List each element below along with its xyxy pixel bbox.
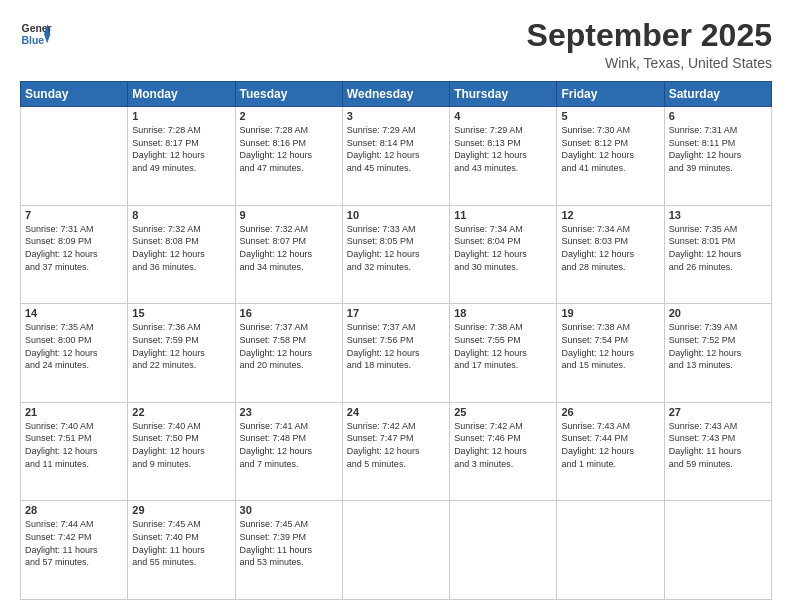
col-wednesday: Wednesday	[342, 82, 449, 107]
calendar-cell-w5-d4	[342, 501, 449, 600]
logo: General Blue	[20, 18, 52, 50]
col-monday: Monday	[128, 82, 235, 107]
day-number: 9	[240, 209, 338, 221]
calendar-cell-w1-d3: 2Sunrise: 7:28 AM Sunset: 8:16 PM Daylig…	[235, 107, 342, 206]
day-number: 4	[454, 110, 552, 122]
calendar-cell-w4-d4: 24Sunrise: 7:42 AM Sunset: 7:47 PM Dayli…	[342, 402, 449, 501]
day-info: Sunrise: 7:45 AM Sunset: 7:39 PM Dayligh…	[240, 518, 338, 568]
day-number: 28	[25, 504, 123, 516]
day-number: 16	[240, 307, 338, 319]
header: General Blue September 2025 Wink, Texas,…	[20, 18, 772, 71]
calendar-cell-w2-d7: 13Sunrise: 7:35 AM Sunset: 8:01 PM Dayli…	[664, 205, 771, 304]
calendar-cell-w1-d7: 6Sunrise: 7:31 AM Sunset: 8:11 PM Daylig…	[664, 107, 771, 206]
title-block: September 2025 Wink, Texas, United State…	[527, 18, 772, 71]
day-info: Sunrise: 7:40 AM Sunset: 7:50 PM Dayligh…	[132, 420, 230, 470]
day-info: Sunrise: 7:34 AM Sunset: 8:03 PM Dayligh…	[561, 223, 659, 273]
calendar-cell-w1-d5: 4Sunrise: 7:29 AM Sunset: 8:13 PM Daylig…	[450, 107, 557, 206]
day-info: Sunrise: 7:42 AM Sunset: 7:46 PM Dayligh…	[454, 420, 552, 470]
day-info: Sunrise: 7:31 AM Sunset: 8:09 PM Dayligh…	[25, 223, 123, 273]
svg-text:Blue: Blue	[22, 35, 45, 46]
day-info: Sunrise: 7:29 AM Sunset: 8:13 PM Dayligh…	[454, 124, 552, 174]
calendar-cell-w3-d6: 19Sunrise: 7:38 AM Sunset: 7:54 PM Dayli…	[557, 304, 664, 403]
day-number: 8	[132, 209, 230, 221]
calendar-cell-w2-d6: 12Sunrise: 7:34 AM Sunset: 8:03 PM Dayli…	[557, 205, 664, 304]
calendar-cell-w2-d5: 11Sunrise: 7:34 AM Sunset: 8:04 PM Dayli…	[450, 205, 557, 304]
week-row-1: 1Sunrise: 7:28 AM Sunset: 8:17 PM Daylig…	[21, 107, 772, 206]
day-info: Sunrise: 7:35 AM Sunset: 8:00 PM Dayligh…	[25, 321, 123, 371]
day-number: 30	[240, 504, 338, 516]
col-thursday: Thursday	[450, 82, 557, 107]
calendar-cell-w5-d6	[557, 501, 664, 600]
col-sunday: Sunday	[21, 82, 128, 107]
calendar-header-row: Sunday Monday Tuesday Wednesday Thursday…	[21, 82, 772, 107]
day-number: 13	[669, 209, 767, 221]
col-saturday: Saturday	[664, 82, 771, 107]
page: General Blue September 2025 Wink, Texas,…	[0, 0, 792, 612]
day-info: Sunrise: 7:37 AM Sunset: 7:56 PM Dayligh…	[347, 321, 445, 371]
calendar-cell-w3-d2: 15Sunrise: 7:36 AM Sunset: 7:59 PM Dayli…	[128, 304, 235, 403]
day-number: 1	[132, 110, 230, 122]
col-tuesday: Tuesday	[235, 82, 342, 107]
calendar-cell-w4-d2: 22Sunrise: 7:40 AM Sunset: 7:50 PM Dayli…	[128, 402, 235, 501]
calendar-cell-w3-d3: 16Sunrise: 7:37 AM Sunset: 7:58 PM Dayli…	[235, 304, 342, 403]
calendar-cell-w3-d4: 17Sunrise: 7:37 AM Sunset: 7:56 PM Dayli…	[342, 304, 449, 403]
day-number: 19	[561, 307, 659, 319]
day-info: Sunrise: 7:29 AM Sunset: 8:14 PM Dayligh…	[347, 124, 445, 174]
week-row-3: 14Sunrise: 7:35 AM Sunset: 8:00 PM Dayli…	[21, 304, 772, 403]
week-row-5: 28Sunrise: 7:44 AM Sunset: 7:42 PM Dayli…	[21, 501, 772, 600]
week-row-4: 21Sunrise: 7:40 AM Sunset: 7:51 PM Dayli…	[21, 402, 772, 501]
calendar-cell-w2-d2: 8Sunrise: 7:32 AM Sunset: 8:08 PM Daylig…	[128, 205, 235, 304]
calendar-cell-w2-d1: 7Sunrise: 7:31 AM Sunset: 8:09 PM Daylig…	[21, 205, 128, 304]
day-number: 24	[347, 406, 445, 418]
day-number: 22	[132, 406, 230, 418]
day-number: 11	[454, 209, 552, 221]
location: Wink, Texas, United States	[527, 55, 772, 71]
day-number: 25	[454, 406, 552, 418]
calendar-cell-w5-d3: 30Sunrise: 7:45 AM Sunset: 7:39 PM Dayli…	[235, 501, 342, 600]
day-number: 12	[561, 209, 659, 221]
day-number: 21	[25, 406, 123, 418]
day-info: Sunrise: 7:41 AM Sunset: 7:48 PM Dayligh…	[240, 420, 338, 470]
calendar-cell-w4-d7: 27Sunrise: 7:43 AM Sunset: 7:43 PM Dayli…	[664, 402, 771, 501]
day-info: Sunrise: 7:31 AM Sunset: 8:11 PM Dayligh…	[669, 124, 767, 174]
day-number: 17	[347, 307, 445, 319]
day-info: Sunrise: 7:36 AM Sunset: 7:59 PM Dayligh…	[132, 321, 230, 371]
day-info: Sunrise: 7:28 AM Sunset: 8:17 PM Dayligh…	[132, 124, 230, 174]
day-info: Sunrise: 7:43 AM Sunset: 7:44 PM Dayligh…	[561, 420, 659, 470]
day-number: 29	[132, 504, 230, 516]
day-number: 7	[25, 209, 123, 221]
week-row-2: 7Sunrise: 7:31 AM Sunset: 8:09 PM Daylig…	[21, 205, 772, 304]
day-info: Sunrise: 7:39 AM Sunset: 7:52 PM Dayligh…	[669, 321, 767, 371]
calendar-cell-w4-d6: 26Sunrise: 7:43 AM Sunset: 7:44 PM Dayli…	[557, 402, 664, 501]
calendar-cell-w3-d7: 20Sunrise: 7:39 AM Sunset: 7:52 PM Dayli…	[664, 304, 771, 403]
calendar-table: Sunday Monday Tuesday Wednesday Thursday…	[20, 81, 772, 600]
day-info: Sunrise: 7:34 AM Sunset: 8:04 PM Dayligh…	[454, 223, 552, 273]
day-info: Sunrise: 7:32 AM Sunset: 8:08 PM Dayligh…	[132, 223, 230, 273]
day-info: Sunrise: 7:44 AM Sunset: 7:42 PM Dayligh…	[25, 518, 123, 568]
day-number: 6	[669, 110, 767, 122]
day-number: 27	[669, 406, 767, 418]
day-number: 20	[669, 307, 767, 319]
day-info: Sunrise: 7:28 AM Sunset: 8:16 PM Dayligh…	[240, 124, 338, 174]
day-number: 5	[561, 110, 659, 122]
day-number: 2	[240, 110, 338, 122]
col-friday: Friday	[557, 82, 664, 107]
calendar-cell-w4-d1: 21Sunrise: 7:40 AM Sunset: 7:51 PM Dayli…	[21, 402, 128, 501]
calendar-cell-w1-d1	[21, 107, 128, 206]
calendar-cell-w2-d4: 10Sunrise: 7:33 AM Sunset: 8:05 PM Dayli…	[342, 205, 449, 304]
calendar-cell-w1-d6: 5Sunrise: 7:30 AM Sunset: 8:12 PM Daylig…	[557, 107, 664, 206]
day-info: Sunrise: 7:43 AM Sunset: 7:43 PM Dayligh…	[669, 420, 767, 470]
day-number: 18	[454, 307, 552, 319]
day-number: 10	[347, 209, 445, 221]
day-info: Sunrise: 7:32 AM Sunset: 8:07 PM Dayligh…	[240, 223, 338, 273]
day-info: Sunrise: 7:35 AM Sunset: 8:01 PM Dayligh…	[669, 223, 767, 273]
calendar-cell-w4-d3: 23Sunrise: 7:41 AM Sunset: 7:48 PM Dayli…	[235, 402, 342, 501]
calendar-cell-w4-d5: 25Sunrise: 7:42 AM Sunset: 7:46 PM Dayli…	[450, 402, 557, 501]
day-info: Sunrise: 7:37 AM Sunset: 7:58 PM Dayligh…	[240, 321, 338, 371]
day-info: Sunrise: 7:38 AM Sunset: 7:55 PM Dayligh…	[454, 321, 552, 371]
calendar-cell-w5-d1: 28Sunrise: 7:44 AM Sunset: 7:42 PM Dayli…	[21, 501, 128, 600]
day-info: Sunrise: 7:40 AM Sunset: 7:51 PM Dayligh…	[25, 420, 123, 470]
calendar-cell-w5-d2: 29Sunrise: 7:45 AM Sunset: 7:40 PM Dayli…	[128, 501, 235, 600]
calendar-cell-w3-d1: 14Sunrise: 7:35 AM Sunset: 8:00 PM Dayli…	[21, 304, 128, 403]
logo-icon: General Blue	[20, 18, 52, 50]
